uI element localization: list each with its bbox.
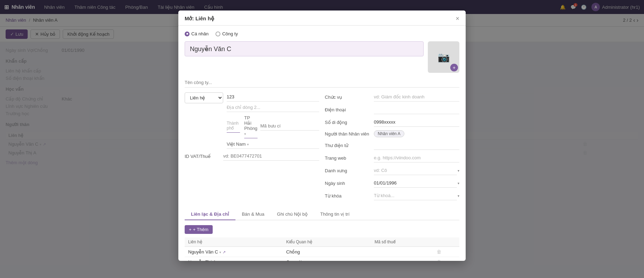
keyword-label: Từ khóa	[325, 193, 374, 199]
mobile-input[interactable]	[374, 118, 459, 127]
name-input[interactable]	[185, 41, 424, 56]
company-radio[interactable]: Công ty	[215, 31, 238, 36]
city-label: Thành phố	[227, 119, 240, 133]
camera-icon: 📷	[438, 51, 450, 63]
salutation-label: Danh xưng	[325, 168, 374, 173]
salutation-dropdown[interactable]: ▾	[458, 169, 459, 173]
modal-tabs: Liên lạc & Địa chỉ Bán & Mua Ghi chú Nội…	[185, 209, 459, 220]
website-label: Trang web	[325, 155, 374, 161]
birthdate-label: Ngày sinh	[325, 181, 374, 186]
salutation-input[interactable]	[374, 166, 457, 175]
relation-2: Con cái	[283, 257, 356, 261]
email-input[interactable]	[374, 141, 459, 150]
add-contact-button[interactable]: + + Thêm	[185, 225, 213, 234]
modal-title: Mở: Liên hệ	[185, 15, 214, 22]
close-button[interactable]: ×	[455, 15, 459, 22]
keyword-row: Từ khóa ▾	[325, 191, 459, 200]
th-relation: Kiểu Quan hệ	[283, 237, 356, 247]
vat-label: ID VAT/Thuế	[185, 154, 220, 159]
modal-body: Cá nhân Công ty 📷 +	[178, 26, 466, 261]
type-selector: Cá nhân Công ty	[185, 31, 459, 36]
th-contact: Liên hệ	[185, 237, 283, 247]
city-value[interactable]: TP Hải Phòng ▾	[244, 113, 258, 138]
birthdate-row: Ngày sinh ▾	[325, 179, 459, 188]
position-label: Chức vụ	[325, 95, 374, 100]
country-row: Việt Nam ▾	[227, 140, 319, 149]
address-type-select[interactable]: Liên hệ	[185, 92, 223, 103]
individual-radio[interactable]: Cá nhân	[185, 31, 208, 36]
tab-lien-lac[interactable]: Liên lạc & Địa chỉ	[185, 209, 235, 220]
zip-input[interactable]	[260, 121, 319, 131]
email-label: Thư điện tử	[325, 143, 374, 148]
photo-placeholder: 📷 +	[428, 41, 459, 73]
dropdown-icon-1[interactable]: ▾	[219, 250, 221, 254]
add-photo-button[interactable]: +	[450, 64, 458, 71]
delete-row-2[interactable]: 🗑	[437, 259, 441, 261]
birthdate-dropdown[interactable]: ▾	[458, 181, 459, 185]
mobile-row: Số di động	[325, 118, 459, 127]
link-icon-1[interactable]: ↗	[222, 250, 226, 254]
th-vat: Mã số thuế	[371, 237, 433, 247]
salutation-row: Danh xưng ▾	[325, 166, 459, 175]
country-select[interactable]: Việt Nam ▾	[227, 140, 319, 149]
website-input[interactable]	[374, 153, 459, 162]
keyword-input[interactable]	[374, 191, 457, 200]
address-line1-input[interactable]	[227, 92, 319, 102]
birthdate-input[interactable]	[374, 179, 457, 188]
modal-overlay: Mở: Liên hệ × Cá nhân Công ty 📷	[0, 0, 644, 278]
form-two-col: Liên hệ Thành phố TP Hải Phòng ▾ V	[185, 92, 459, 204]
tab-thong-tin[interactable]: Thông tin vị trí	[314, 209, 356, 220]
delete-row-1[interactable]: 🗑	[437, 249, 441, 255]
keyword-dropdown[interactable]: ▾	[458, 194, 459, 198]
form-right: Chức vụ Điện thoại Số di động Người thân…	[325, 92, 459, 204]
mobile-label: Số di động	[325, 120, 374, 125]
contact-name-2: Nguyễn Thị A	[185, 257, 283, 261]
table-row: Nguyễn Thị A Con cái 🗑	[185, 257, 459, 261]
company-input[interactable]	[185, 78, 459, 88]
tab-ban-mua[interactable]: Bán & Mua	[235, 209, 270, 220]
position-row: Chức vụ	[325, 92, 459, 102]
tab-ghi-chu[interactable]: Ghi chú Nội bộ	[271, 209, 314, 220]
contact-table: Liên hệ Kiểu Quan hệ Mã số thuế Nguyễn V…	[185, 237, 459, 261]
address-fields: Thành phố TP Hải Phòng ▾ Việt Nam ▾	[227, 92, 319, 149]
phone-input[interactable]	[374, 105, 459, 114]
phone-row: Điện thoại	[325, 105, 459, 114]
address-line2-input[interactable]	[227, 103, 319, 112]
vat-input[interactable]	[223, 152, 319, 161]
contact-name-1: Nguyễn Văn C ▾ ↗	[185, 247, 283, 257]
email-row: Thư điện tử	[325, 141, 459, 150]
contact-modal: Mở: Liên hệ × Cá nhân Công ty 📷	[178, 11, 466, 261]
tab-lien-lac-content: + + Thêm Liên hệ Kiểu Quan hệ Mã số thuế	[185, 225, 459, 261]
vat-row: ID VAT/Thuế	[185, 152, 319, 161]
relative-label: Người thân Nhân viên	[325, 131, 374, 137]
city-zip-row: Thành phố TP Hải Phòng ▾	[227, 113, 319, 138]
position-input[interactable]	[374, 92, 459, 102]
website-row: Trang web	[325, 153, 459, 162]
relative-row: Người thân Nhân viên Nhân viên A	[325, 130, 459, 137]
form-left: Liên hệ Thành phố TP Hải Phòng ▾ V	[185, 92, 319, 204]
relation-1: Chồng	[283, 247, 356, 257]
address-section: Liên hệ Thành phố TP Hải Phòng ▾ V	[185, 92, 319, 149]
relative-tag[interactable]: Nhân viên A	[374, 130, 404, 137]
plus-icon: +	[189, 227, 192, 232]
phone-label: Điện thoại	[325, 107, 374, 112]
modal-header: Mở: Liên hệ ×	[178, 11, 466, 26]
table-row: Nguyễn Văn C ▾ ↗ Chồng 🗑	[185, 247, 459, 257]
name-photo-row: 📷 +	[185, 41, 459, 73]
